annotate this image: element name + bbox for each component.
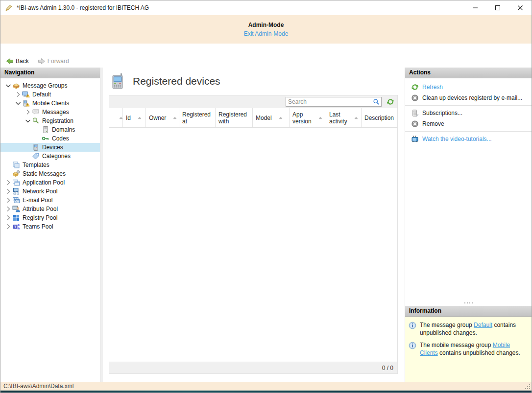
action-refresh[interactable]: Refresh (405, 82, 532, 92)
menu-item-1[interactable] (14, 48, 23, 50)
nav-item-network-pool[interactable]: Network Pool (0, 187, 100, 196)
column-header-registered-at[interactable]: Registered at (179, 108, 216, 127)
column-header-model[interactable]: Model (253, 108, 290, 127)
tree-item-icon (32, 143, 40, 151)
tree-chevron[interactable] (4, 214, 12, 222)
info-item-default: The message group Default contains unpub… (409, 321, 528, 337)
nav-item-categories[interactable]: Categories (0, 152, 100, 161)
column-header-0[interactable] (109, 108, 123, 127)
nav-item-domains[interactable]: Domains (0, 125, 100, 134)
actions-header: Actions (405, 68, 532, 78)
page-title: Registered devices (133, 75, 220, 87)
sort-ascending-icon (172, 116, 177, 120)
nav-item-codes[interactable]: Codes (0, 134, 100, 143)
forward-button[interactable]: Forward (36, 56, 71, 66)
menu-item-file[interactable] (5, 48, 14, 50)
tree-item-label: Default (32, 91, 51, 98)
maximize-button[interactable] (486, 0, 509, 15)
info-text: The mobile message group Mobile Clients … (420, 341, 528, 357)
actions-spacer (405, 146, 532, 300)
search-box (286, 97, 382, 107)
registered-devices-icon (112, 73, 124, 89)
tree-item-icon (42, 126, 49, 134)
nav-item-messages[interactable]: Messages (0, 108, 100, 116)
nav-item-registry-pool[interactable]: Registry Pool (0, 213, 100, 222)
tree-item-icon (12, 196, 20, 204)
devices-table: Id Owner Registered at Registered with M… (109, 95, 398, 374)
tree-chevron[interactable] (4, 205, 12, 213)
horizontal-splitter[interactable] (405, 300, 532, 306)
nav-item-teams-pool[interactable]: Teams Pool (0, 222, 100, 231)
close-button[interactable] (509, 0, 532, 15)
action-label: Remove (422, 120, 444, 127)
info-icon (409, 322, 416, 329)
toolbar: Back Forward (0, 54, 532, 68)
column-header-app-version[interactable]: App version (290, 108, 326, 127)
nav-item-templates[interactable]: Templates (0, 161, 100, 169)
chevron-icon (14, 99, 22, 107)
nav-item-default[interactable]: Default (0, 90, 100, 99)
window-controls (464, 0, 532, 15)
chevron-icon (4, 196, 12, 204)
refresh-icon[interactable] (387, 98, 394, 106)
tree-chevron[interactable] (14, 99, 22, 107)
column-header-id[interactable]: Id (123, 108, 146, 127)
nav-item-registration[interactable]: Registration (0, 116, 100, 125)
search-input[interactable] (286, 98, 373, 105)
tree-chevron[interactable] (24, 117, 32, 125)
tree-item-icon (22, 99, 30, 107)
row-count: 0 / 0 (382, 365, 393, 371)
chevron-icon (4, 214, 12, 222)
search-icon[interactable] (373, 98, 380, 105)
column-header-registered-with[interactable]: Registered with (216, 108, 253, 127)
tree-chevron[interactable] (14, 91, 22, 98)
sort-ascending-icon (137, 116, 142, 120)
action-remove[interactable]: Remove (405, 118, 532, 129)
nav-item-application-pool[interactable]: Application Pool (0, 178, 100, 187)
action-watch-the-video-tutorials[interactable]: Watch the video-tutorials... (405, 134, 532, 144)
minimize-icon (472, 5, 478, 11)
tree-item-label: Templates (23, 162, 49, 168)
nav-item-e-mail-pool[interactable]: E-mail Pool (0, 196, 100, 205)
tree-chevron[interactable] (4, 82, 12, 90)
nav-item-attribute-pool[interactable]: Attribute Pool (0, 205, 100, 213)
tree-item-icon (12, 82, 20, 90)
info-link[interactable]: Default (474, 322, 492, 328)
action-icon (411, 94, 419, 102)
action-icon (411, 109, 419, 117)
data-file-path: C:\IBI-aws\Admin\Data.xml (3, 383, 73, 390)
column-header-description[interactable]: Description (362, 108, 397, 127)
tree-item-icon (12, 214, 20, 222)
info-icon (409, 342, 416, 349)
tree-item-label: Domains (52, 126, 75, 133)
tree-item-icon (32, 117, 40, 125)
admin-mode-banner: Admin-Mode Exit Admin-Mode (0, 15, 532, 44)
back-button[interactable]: Back (4, 56, 31, 66)
exit-admin-mode-link[interactable]: Exit Admin-Mode (244, 30, 289, 37)
action-label: Clean up devices registerd by e-mail... (422, 94, 522, 101)
tree-item-icon (32, 108, 40, 116)
tree-chevron[interactable] (4, 187, 12, 195)
action-clean-up-devices-registerd-by-e-mail[interactable]: Clean up devices registerd by e-mail... (405, 92, 532, 103)
chevron-icon (4, 82, 12, 90)
tree-item-label: Devices (42, 144, 63, 151)
nav-item-mobile-clients[interactable]: Mobile Clients (0, 99, 100, 108)
nav-item-devices[interactable]: Devices (0, 143, 100, 152)
information-header: Information (405, 306, 532, 317)
chevron-icon (4, 223, 12, 231)
column-header-owner[interactable]: Owner (146, 108, 179, 127)
nav-item-static-messages[interactable]: Static Messages (0, 169, 100, 178)
back-label: Back (16, 58, 29, 65)
admin-mode-title: Admin-Mode (248, 22, 284, 28)
information-panel: The message group Default contains unpub… (405, 317, 532, 382)
column-header-last-activity[interactable]: Last activity (326, 108, 362, 127)
tree-chevron[interactable] (4, 179, 12, 186)
action-subscriptions[interactable]: Subscriptions... (405, 108, 532, 118)
tree-chevron[interactable] (4, 223, 12, 231)
nav-item-message-groups[interactable]: Message Groups (0, 81, 100, 90)
back-arrow-icon (6, 57, 14, 65)
minimize-button[interactable] (464, 0, 486, 15)
tree-chevron[interactable] (4, 196, 12, 204)
tree-chevron[interactable] (24, 108, 32, 116)
resize-grip[interactable] (524, 383, 531, 390)
